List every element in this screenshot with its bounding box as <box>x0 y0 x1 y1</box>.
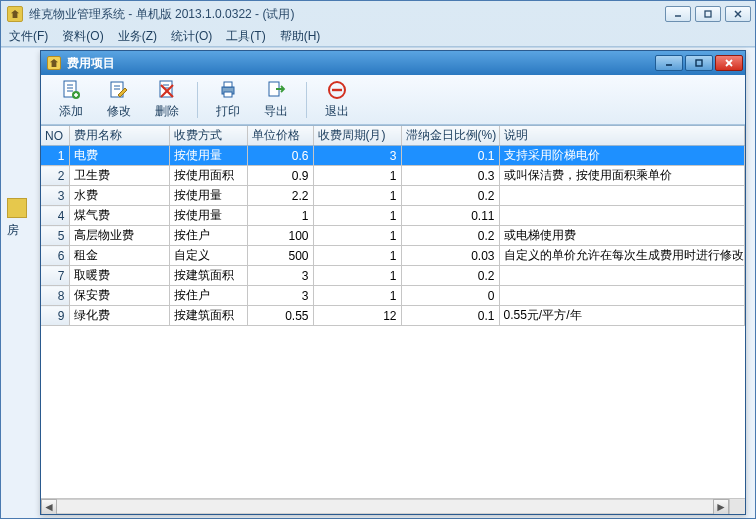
main-window: 维克物业管理系统 - 单机版 2013.1.0.0322 - (试用) 文件(F… <box>0 0 756 519</box>
cell-method: 按使用面积 <box>169 166 247 186</box>
table-header-row: NO 费用名称 收费方式 单位价格 收费周期(月) 滞纳金日比例(%) 说明 <box>41 126 745 146</box>
cell-note: 或叫保洁费，按使用面积乘单价 <box>499 166 745 186</box>
dialog-maximize-button[interactable] <box>685 55 713 71</box>
app-icon <box>7 6 23 22</box>
col-header-no[interactable]: NO <box>41 126 69 146</box>
exit-button[interactable]: 退出 <box>313 78 361 122</box>
cell-name: 保安费 <box>69 286 169 306</box>
dialog-title: 费用项目 <box>67 55 655 72</box>
cell-price: 1 <box>247 206 313 226</box>
col-header-late[interactable]: 滞纳金日比例(%) <box>401 126 499 146</box>
cell-price: 100 <box>247 226 313 246</box>
add-label: 添加 <box>59 103 83 120</box>
fee-items-dialog: 费用项目 添加 修改 <box>40 50 746 515</box>
cell-note: 自定义的单价允许在每次生成费用时进行修改的 <box>499 246 745 266</box>
menu-data[interactable]: 资料(O) <box>62 28 103 45</box>
scrollbar-corner <box>729 498 745 514</box>
menu-stats[interactable]: 统计(O) <box>171 28 212 45</box>
main-menubar: 文件(F) 资料(O) 业务(Z) 统计(O) 工具(T) 帮助(H) <box>1 27 755 47</box>
toolbar-separator <box>306 82 307 118</box>
cell-name: 绿化费 <box>69 306 169 326</box>
cell-price: 0.6 <box>247 146 313 166</box>
cell-name: 卫生费 <box>69 166 169 186</box>
add-button[interactable]: 添加 <box>47 78 95 122</box>
main-maximize-button[interactable] <box>695 6 721 22</box>
col-header-cycle[interactable]: 收费周期(月) <box>313 126 401 146</box>
table-row[interactable]: 2卫生费按使用面积0.910.3或叫保洁费，按使用面积乘单价 <box>41 166 745 186</box>
cell-late: 0.1 <box>401 146 499 166</box>
cell-price: 500 <box>247 246 313 266</box>
scroll-left-arrow[interactable]: ◄ <box>41 499 57 514</box>
table-row[interactable]: 9绿化费按建筑面积0.55120.10.55元/平方/年 <box>41 306 745 326</box>
exit-label: 退出 <box>325 103 349 120</box>
cell-name: 水费 <box>69 186 169 206</box>
dialog-titlebar[interactable]: 费用项目 <box>41 51 745 75</box>
main-close-button[interactable] <box>725 6 751 22</box>
table-row[interactable]: 3水费按使用量2.210.2 <box>41 186 745 206</box>
print-button[interactable]: 打印 <box>204 78 252 122</box>
cell-note <box>499 206 745 226</box>
delete-icon <box>156 79 178 101</box>
cell-price: 2.2 <box>247 186 313 206</box>
cell-note: 或电梯使用费 <box>499 226 745 246</box>
table-container: NO 费用名称 收费方式 单位价格 收费周期(月) 滞纳金日比例(%) 说明 1… <box>41 125 745 514</box>
cell-no: 6 <box>41 246 69 266</box>
cell-cycle: 1 <box>313 186 401 206</box>
cell-method: 按建筑面积 <box>169 266 247 286</box>
cell-cycle: 1 <box>313 206 401 226</box>
background-sidebar-hint: 房 <box>7 198 37 398</box>
edit-button[interactable]: 修改 <box>95 78 143 122</box>
cell-note <box>499 266 745 286</box>
menu-tools[interactable]: 工具(T) <box>226 28 265 45</box>
scroll-right-arrow[interactable]: ► <box>713 499 729 514</box>
col-header-note[interactable]: 说明 <box>499 126 745 146</box>
cell-cycle: 1 <box>313 246 401 266</box>
cell-price: 0.55 <box>247 306 313 326</box>
cell-price: 3 <box>247 286 313 306</box>
cell-method: 按住户 <box>169 226 247 246</box>
table-row[interactable]: 7取暖费按建筑面积310.2 <box>41 266 745 286</box>
table-row[interactable]: 8保安费按住户310 <box>41 286 745 306</box>
export-button[interactable]: 导出 <box>252 78 300 122</box>
cell-late: 0.11 <box>401 206 499 226</box>
table-row[interactable]: 5高层物业费按住户10010.2或电梯使用费 <box>41 226 745 246</box>
dialog-close-button[interactable] <box>715 55 743 71</box>
cell-no: 9 <box>41 306 69 326</box>
svg-rect-24 <box>224 82 232 87</box>
cell-price: 3 <box>247 266 313 286</box>
main-titlebar: 维克物业管理系统 - 单机版 2013.1.0.0322 - (试用) <box>1 1 755 27</box>
cell-no: 3 <box>41 186 69 206</box>
exit-icon <box>326 79 348 101</box>
menu-help[interactable]: 帮助(H) <box>280 28 321 45</box>
dialog-toolbar: 添加 修改 删除 <box>41 75 745 125</box>
main-minimize-button[interactable] <box>665 6 691 22</box>
table-row[interactable]: 1电费按使用量0.630.1支持采用阶梯电价 <box>41 146 745 166</box>
col-header-method[interactable]: 收费方式 <box>169 126 247 146</box>
cell-method: 按使用量 <box>169 206 247 226</box>
edit-icon <box>108 79 130 101</box>
fee-items-table[interactable]: NO 费用名称 收费方式 单位价格 收费周期(月) 滞纳金日比例(%) 说明 1… <box>41 126 745 326</box>
menu-biz[interactable]: 业务(Z) <box>118 28 157 45</box>
toolbar-separator <box>197 82 198 118</box>
col-header-price[interactable]: 单位价格 <box>247 126 313 146</box>
table-row[interactable]: 4煤气费按使用量110.11 <box>41 206 745 226</box>
delete-button[interactable]: 删除 <box>143 78 191 122</box>
table-row[interactable]: 6租金自定义50010.03自定义的单价允许在每次生成费用时进行修改的 <box>41 246 745 266</box>
cell-price: 0.9 <box>247 166 313 186</box>
dialog-minimize-button[interactable] <box>655 55 683 71</box>
dialog-icon <box>47 56 61 70</box>
menu-file[interactable]: 文件(F) <box>9 28 48 45</box>
cell-cycle: 12 <box>313 306 401 326</box>
scroll-track[interactable] <box>57 499 713 514</box>
cell-name: 煤气费 <box>69 206 169 226</box>
cell-name: 租金 <box>69 246 169 266</box>
main-window-title: 维克物业管理系统 - 单机版 2013.1.0.0322 - (试用) <box>29 6 665 23</box>
horizontal-scrollbar[interactable]: ◄ ► <box>41 498 729 514</box>
cell-note: 0.55元/平方/年 <box>499 306 745 326</box>
svg-rect-25 <box>224 92 232 97</box>
cell-method: 按使用量 <box>169 146 247 166</box>
cell-note <box>499 286 745 306</box>
cell-name: 电费 <box>69 146 169 166</box>
sidebar-item-label: 房 <box>7 222 37 239</box>
col-header-name[interactable]: 费用名称 <box>69 126 169 146</box>
